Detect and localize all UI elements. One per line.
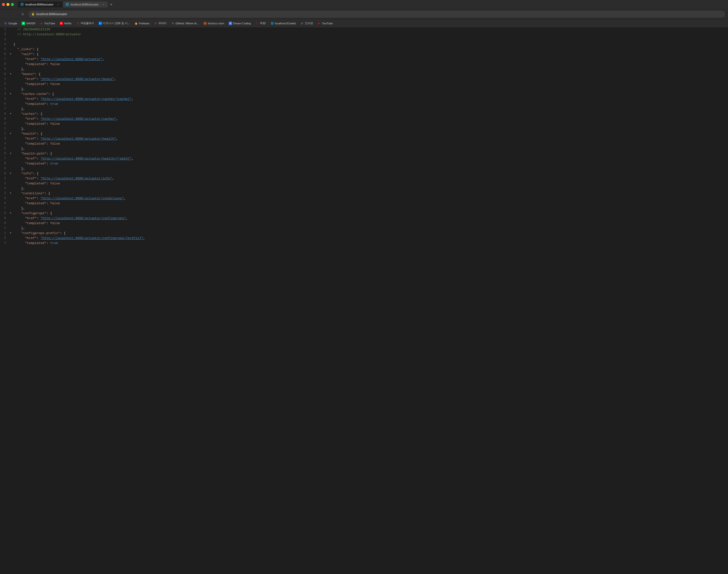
line-2: 2 // http://localhost:8088/actuator xyxy=(0,32,728,37)
github-icon: ⊙ xyxy=(171,22,175,25)
line-content-16: "templated": true xyxy=(13,102,728,106)
fold-7 xyxy=(10,57,13,58)
dream-coding-icon: D xyxy=(229,22,232,25)
line-content-36: "templated": false xyxy=(13,201,728,205)
fold-26[interactable]: ▼ xyxy=(10,152,13,155)
line-content-8: "templated": false xyxy=(13,62,728,66)
fullscreen-button[interactable] xyxy=(11,3,14,6)
line-content-10: "beans": { xyxy=(13,72,728,76)
bookmark-dream-coding[interactable]: D Dream Coding xyxy=(227,21,253,26)
tab-1[interactable]: 🌐 localhost:8088/actuator × xyxy=(18,1,62,7)
bookmark-google[interactable]: G Google xyxy=(2,21,19,26)
tab-2[interactable]: 🌐 localhost:8088/actuator × xyxy=(63,1,108,7)
line-num-18: 8 xyxy=(0,112,10,116)
fold-27 xyxy=(10,157,13,157)
fold-34[interactable]: ▼ xyxy=(10,191,13,195)
bookmark-localhost81[interactable]: 🌐 localhost:81/web/ xyxy=(268,21,298,26)
line-num-32: 2 xyxy=(0,181,10,186)
line-content-11: "href": "http://localhost:8088/actuator/… xyxy=(13,77,728,81)
bookmark-disney[interactable]: D+ 디즈니+ | 영화 및 시... xyxy=(97,20,132,26)
bookmark-firebase-label: Firebase xyxy=(139,22,149,25)
line-num-27: 7 xyxy=(0,157,10,161)
tab-close-2[interactable]: × xyxy=(102,3,105,6)
fold-3 xyxy=(10,37,13,38)
fold-14[interactable]: ▼ xyxy=(10,92,13,95)
bookmark-udemy[interactable]: U 유데미 xyxy=(152,20,169,26)
tab-favicon-1: 🌐 xyxy=(20,3,24,6)
line-num-33: 3 xyxy=(0,187,10,190)
line-content-39: "href": "http://localhost:8088/actuator/… xyxy=(13,216,728,220)
url-bar[interactable]: 🔒 localhost:8088/actuator xyxy=(28,11,725,17)
fold-44 xyxy=(10,241,13,242)
line-30: 0 ▼ "info": { xyxy=(0,171,728,176)
line-num-41: 1 xyxy=(0,226,10,230)
line-content-42: "configprops-prefix": { xyxy=(13,231,728,235)
fold-41 xyxy=(10,226,13,227)
bookmark-youtube1[interactable]: ▶ YouTube xyxy=(38,21,57,26)
bookmark-coupang-play[interactable]: ⬡ 쿠팡플레이 xyxy=(74,20,96,26)
line-40: 0 "templated": false xyxy=(0,221,728,226)
infpan-icon: 🎓 xyxy=(301,22,304,25)
tab-close-1[interactable]: × xyxy=(57,3,60,6)
url-text: localhost:8088/actuator xyxy=(36,12,67,16)
line-num-28: 8 xyxy=(0,162,10,165)
naver-icon: N xyxy=(21,22,25,25)
fold-22[interactable]: ▼ xyxy=(10,132,13,135)
fold-10[interactable]: ▼ xyxy=(10,72,13,75)
line-39: 9 "href": "http://localhost:8088/actuato… xyxy=(0,216,728,221)
fold-38[interactable]: ▼ xyxy=(10,211,13,214)
fold-4 xyxy=(10,42,13,43)
bookmark-github[interactable]: ⊙ GitHub: Where th... xyxy=(169,21,201,26)
bookmark-youtube2-label: YouTube xyxy=(322,22,333,25)
line-content-34: "conditions": { xyxy=(13,191,728,196)
bookmark-ihchoco-label: ihchoco room xyxy=(208,22,224,25)
line-25: 5 }, xyxy=(0,147,728,152)
bookmark-infpan[interactable]: 🎓 인프런 xyxy=(299,20,315,26)
fold-30[interactable]: ▼ xyxy=(10,171,13,175)
fold-42[interactable]: ▼ xyxy=(10,231,13,234)
forward-button[interactable]: → xyxy=(11,11,17,17)
line-27: 7 "href": "http://localhost:8088/actuato… xyxy=(0,157,728,162)
minimize-button[interactable] xyxy=(6,3,9,6)
line-23: 3 "href": "http://localhost:8088/actuato… xyxy=(0,137,728,141)
close-button[interactable] xyxy=(2,3,5,6)
bookmark-github-label: GitHub: Where th... xyxy=(176,22,199,25)
fold-8 xyxy=(10,62,13,63)
line-content-22: "health": { xyxy=(13,132,728,136)
line-content-33: }, xyxy=(13,187,728,191)
netflix-icon: N xyxy=(59,22,63,25)
fold-16 xyxy=(10,102,13,102)
line-content-44: "templated": true xyxy=(13,241,728,245)
new-tab-button[interactable]: + xyxy=(108,1,114,7)
line-num-10: 0 xyxy=(0,72,10,76)
line-num-36: 6 xyxy=(0,201,10,205)
line-num-35: 5 xyxy=(0,196,10,200)
fold-29 xyxy=(10,166,13,167)
line-num-23: 3 xyxy=(0,137,10,140)
line-num-7: 7 xyxy=(0,57,10,61)
bookmark-netflix[interactable]: N Netflix xyxy=(58,21,74,26)
fold-19 xyxy=(10,117,13,118)
titlebar: 🌐 localhost:8088/actuator × 🌐 localhost:… xyxy=(0,0,728,9)
bookmark-ihchoco[interactable]: i ihchoco room xyxy=(201,21,226,26)
line-9: 9 }, xyxy=(0,67,728,72)
reload-button[interactable]: ↻ xyxy=(20,11,26,17)
line-content-24: "templated": false xyxy=(13,141,728,146)
line-content-28: "templated": true xyxy=(13,162,728,166)
line-content-21: }, xyxy=(13,127,728,131)
line-20: 0 "templated": false xyxy=(0,122,728,127)
fold-9 xyxy=(10,67,13,68)
ihchoco-icon: i xyxy=(203,22,207,25)
bookmark-firebase[interactable]: 🔥 Firebase xyxy=(132,21,151,26)
line-content-32: "templated": false xyxy=(13,181,728,186)
fold-6[interactable]: ▼ xyxy=(10,52,13,55)
bookmark-coupang2[interactable]: C 쿠팡! xyxy=(253,20,268,26)
line-content-40: "templated": false xyxy=(13,221,728,226)
tabs-container: 🌐 localhost:8088/actuator × 🌐 localhost:… xyxy=(18,1,726,7)
bookmark-naver[interactable]: N NAVER xyxy=(19,21,37,26)
fold-13 xyxy=(10,87,13,88)
fold-18[interactable]: ▼ xyxy=(10,112,13,115)
fold-40 xyxy=(10,221,13,222)
back-button[interactable]: ← xyxy=(3,11,9,17)
bookmark-youtube2[interactable]: ▶ YouTube xyxy=(316,21,335,26)
